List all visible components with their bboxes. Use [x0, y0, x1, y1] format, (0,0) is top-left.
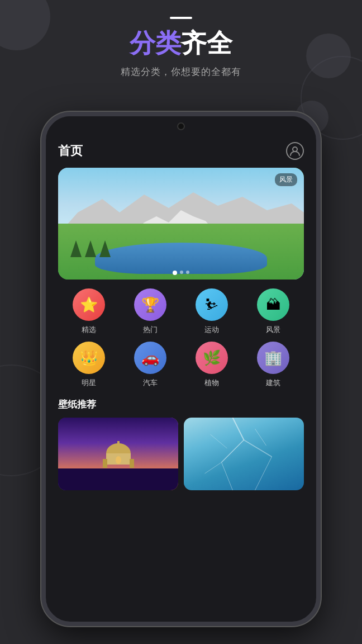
header-title-highlight: 分类: [130, 29, 181, 58]
svg-line-9: [222, 440, 244, 462]
rec-card-ocean[interactable]: [184, 418, 304, 490]
category-sport-label: 运动: [204, 325, 219, 335]
category-building[interactable]: 🏢 建筑: [242, 342, 304, 388]
svg-rect-5: [103, 459, 107, 468]
banner[interactable]: 风景: [58, 168, 304, 280]
rec-card-cathedral[interactable]: [58, 418, 178, 490]
svg-rect-4: [114, 444, 123, 447]
svg-line-12: [255, 457, 272, 490]
category-hot-icon: 🏆: [134, 288, 166, 321]
category-car-label: 汽车: [143, 378, 158, 388]
categories: ⭐ 精选 🏆 热门 ⛷ 运动 🏔 风景 👑 明星 🚗 汽车: [58, 288, 304, 388]
category-scenery-label: 风景: [266, 325, 280, 335]
category-car[interactable]: 🚗 汽车: [120, 342, 181, 388]
profile-icon[interactable]: [286, 142, 304, 160]
banner-trees: [70, 240, 111, 257]
svg-point-7: [116, 456, 121, 464]
category-sport-icon: ⛷: [196, 288, 228, 321]
category-jingxuan-icon: ⭐: [73, 288, 105, 321]
home-indicator: [153, 625, 209, 626]
phone-content: 首页 风景: [46, 136, 316, 622]
svg-line-11: [222, 462, 233, 490]
dome-scene: [58, 418, 178, 490]
ice-scene: [184, 418, 304, 490]
header-title-rest: 齐全: [181, 29, 232, 58]
svg-line-10: [244, 440, 272, 457]
category-jingxuan-label: 精选: [82, 325, 96, 335]
category-car-icon: 🚗: [134, 342, 166, 374]
svg-line-15: [211, 434, 227, 448]
category-star-label: 明星: [82, 378, 96, 388]
category-plant[interactable]: 🌿 植物: [181, 342, 242, 388]
header-subtitle: 精选分类，你想要的全都有: [0, 65, 362, 78]
category-star[interactable]: 👑 明星: [58, 342, 120, 388]
header-dash: [170, 17, 192, 19]
app-header: 首页: [58, 136, 304, 168]
svg-rect-6: [130, 459, 134, 468]
header-title: 分类齐全: [0, 29, 362, 58]
tree-3: [99, 240, 111, 257]
ice-svg: [184, 418, 304, 490]
phone-frame: 首页 风景: [41, 112, 321, 626]
phone-camera-hole: [177, 122, 185, 130]
banner-lake: [95, 243, 267, 274]
phone-top-bar: [46, 116, 316, 136]
svg-line-8: [233, 418, 244, 440]
banner-label: 风景: [275, 173, 297, 186]
tree-1: [70, 240, 82, 257]
category-scenery-icon: 🏔: [257, 288, 289, 321]
svg-line-13: [205, 462, 222, 473]
category-sport[interactable]: ⛷ 运动: [181, 288, 242, 335]
svg-point-0: [293, 147, 297, 151]
category-scenery[interactable]: 🏔 风景: [242, 288, 304, 335]
category-plant-icon: 🌿: [196, 342, 228, 374]
rec-section: 壁纸推荐: [58, 398, 304, 490]
category-hot-label: 热门: [143, 325, 158, 335]
header-section: 分类齐全 精选分类，你想要的全都有: [0, 17, 362, 78]
banner-dot-2: [180, 271, 183, 274]
category-jingxuan[interactable]: ⭐ 精选: [58, 288, 120, 335]
app-title: 首页: [58, 143, 83, 159]
category-plant-label: 植物: [204, 378, 219, 388]
category-star-icon: 👑: [73, 342, 105, 374]
banner-dots: [173, 271, 189, 275]
banner-scene: 风景: [58, 168, 304, 280]
tree-2: [85, 240, 96, 257]
rec-title: 壁纸推荐: [58, 398, 304, 411]
category-hot[interactable]: 🏆 热门: [120, 288, 181, 335]
phone-bottom-bar: [46, 622, 316, 626]
rec-grid: [58, 418, 304, 490]
banner-dot-3: [186, 271, 189, 274]
category-building-icon: 🏢: [257, 342, 289, 374]
category-building-label: 建筑: [266, 378, 280, 388]
banner-dot-1: [173, 271, 177, 275]
cathedral-svg: [96, 431, 141, 476]
svg-line-14: [255, 429, 266, 446]
